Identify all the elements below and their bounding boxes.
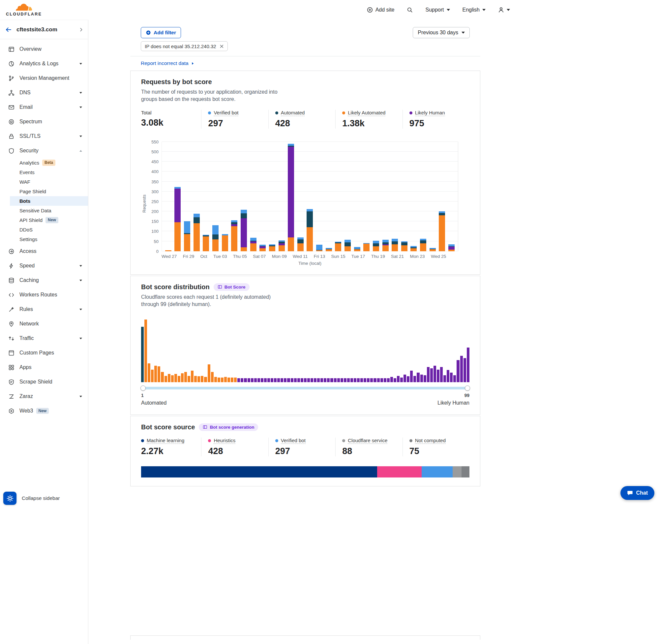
histogram-bar[interactable] (174, 374, 177, 382)
histogram-bar[interactable] (440, 367, 443, 382)
histogram-bar[interactable] (221, 377, 223, 382)
chart-bar[interactable] (203, 235, 209, 251)
bar-segment-likely-automated[interactable] (193, 223, 200, 251)
histogram-bar[interactable] (357, 378, 360, 382)
support-menu[interactable]: Support (425, 7, 450, 13)
filter-chip[interactable]: IP does not equal 35.212.240.32 (141, 41, 228, 51)
sidebar-item-ddos[interactable]: DDoS (0, 225, 88, 234)
bar-segment-automated[interactable] (212, 234, 218, 239)
bar-segment-likely-automated[interactable] (241, 247, 247, 251)
histogram-bar[interactable] (377, 378, 380, 382)
histogram-bar[interactable] (194, 376, 197, 382)
histogram-bar[interactable] (261, 378, 263, 382)
histogram-bar[interactable] (344, 378, 347, 382)
bar-segment-automated[interactable] (392, 242, 398, 244)
histogram-bar[interactable] (307, 378, 310, 382)
chart-bar[interactable] (354, 247, 360, 251)
histogram-bar[interactable] (314, 378, 316, 382)
bar-segment-likely-automated[interactable] (382, 245, 389, 251)
sidebar-item-zaraz[interactable]: Zaraz (0, 389, 88, 404)
histogram-bar[interactable] (181, 373, 184, 382)
sidebar-item-analytics-logs[interactable]: Analytics & Logs (0, 56, 88, 71)
histogram-bar[interactable] (360, 378, 363, 382)
bar-segment-verified-bot[interactable] (382, 240, 389, 242)
histogram-bar[interactable] (350, 378, 353, 382)
chart-bar[interactable] (241, 210, 247, 251)
histogram-bar[interactable] (324, 378, 326, 382)
histogram-bar[interactable] (410, 371, 413, 382)
chart-bar[interactable] (165, 250, 171, 251)
histogram-bar[interactable] (148, 363, 150, 382)
histogram-bar[interactable] (197, 376, 200, 382)
histogram-bar[interactable] (370, 378, 373, 382)
histogram-bar[interactable] (165, 376, 167, 382)
bar-segment-likely-automated[interactable] (345, 246, 351, 251)
bar-segment-likely-automated[interactable] (279, 245, 285, 251)
histogram-bar[interactable] (144, 320, 147, 382)
stat-label-text[interactable]: Cloudflare service (348, 438, 387, 444)
histogram-bar[interactable] (420, 374, 423, 382)
histogram-bar[interactable] (154, 366, 157, 382)
histogram-bar[interactable] (317, 378, 320, 382)
sidebar-item-speed[interactable]: Speed (0, 258, 88, 273)
histogram-bar[interactable] (158, 366, 160, 382)
sidebar-item-events[interactable]: Events (0, 167, 88, 177)
sidebar-item-email[interactable]: Email (0, 100, 88, 114)
histogram-bar[interactable] (274, 378, 277, 382)
bar-segment-likely-human[interactable] (288, 147, 294, 237)
sidebar-item-scrape-shield[interactable]: Scrape Shield (0, 374, 88, 389)
bar-segment-verified-bot[interactable] (373, 241, 379, 243)
histogram-bar[interactable] (417, 373, 419, 382)
chart-bar[interactable] (429, 248, 436, 251)
chart-bar[interactable] (231, 220, 237, 251)
stat-label-text[interactable]: Not computed (415, 438, 446, 444)
histogram-bar[interactable] (467, 348, 469, 382)
histogram-bar[interactable] (244, 378, 246, 382)
chart-bar[interactable] (448, 244, 455, 251)
collapse-sidebar-label[interactable]: Collapse sidebar (22, 495, 60, 501)
chart-bar[interactable] (439, 211, 445, 251)
histogram-bar[interactable] (433, 366, 436, 382)
bar-segment-verified-bot[interactable] (241, 210, 247, 213)
histogram-bar[interactable] (297, 378, 300, 382)
histogram-bar[interactable] (254, 378, 257, 382)
sidebar-item-api-shield[interactable]: API ShieldNew (0, 215, 88, 225)
chart-bar[interactable] (307, 209, 313, 251)
bar-segment-likely-automated[interactable] (165, 250, 171, 251)
source-bar-segment-machine-learning[interactable] (141, 466, 377, 478)
language-menu[interactable]: English (463, 7, 486, 13)
histogram-bar[interactable] (281, 378, 283, 382)
chart-bar[interactable] (326, 248, 332, 251)
histogram-bar[interactable] (191, 371, 193, 382)
sidebar-item-version-management[interactable]: Version Management (0, 71, 88, 86)
sidebar-item-rules[interactable]: Rules (0, 302, 88, 317)
histogram-bar[interactable] (257, 378, 260, 382)
bar-segment-verified-bot[interactable] (193, 214, 200, 217)
bar-segment-likely-automated[interactable] (448, 250, 455, 251)
histogram-bar[interactable] (208, 364, 210, 382)
sidebar-item-traffic[interactable]: Traffic (0, 331, 88, 346)
source-bar-segment-heuristics[interactable] (377, 466, 422, 478)
histogram-bar[interactable] (394, 378, 396, 382)
stat-label-text[interactable]: Verified bot (281, 438, 306, 444)
histogram-bar[interactable] (367, 378, 370, 382)
bar-segment-likely-automated[interactable] (392, 244, 398, 251)
bar-segment-automated[interactable] (420, 240, 426, 243)
sidebar-item-access[interactable]: Access (0, 244, 88, 258)
bar-segment-likely-human[interactable] (448, 247, 455, 250)
chart-bar[interactable] (259, 245, 266, 251)
histogram-bar[interactable] (334, 378, 336, 382)
histogram-bar[interactable] (374, 378, 376, 382)
source-bar-segment-cloudflare-service[interactable] (453, 466, 462, 478)
account-menu[interactable] (498, 7, 510, 13)
stat-label-text[interactable]: Heuristics (214, 438, 235, 444)
date-range-select[interactable]: Previous 30 days (413, 27, 470, 38)
source-bar-segment-verified-bot[interactable] (422, 466, 453, 478)
histogram-bar[interactable] (430, 368, 433, 382)
slider-handle-min[interactable] (140, 386, 146, 391)
bar-segment-likely-automated[interactable] (354, 249, 360, 251)
chart-bar[interactable] (401, 242, 407, 251)
chart-bar[interactable] (212, 225, 218, 251)
bar-segment-verified-bot[interactable] (307, 209, 313, 211)
bar-segment-likely-automated[interactable] (212, 239, 218, 251)
